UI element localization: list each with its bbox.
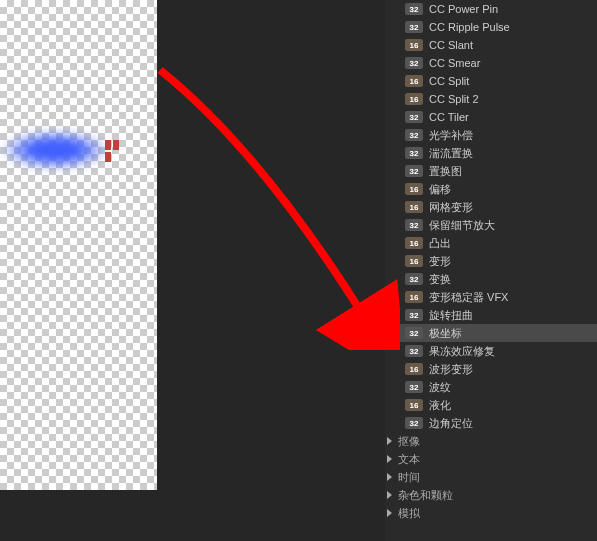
effect-label: 凸出 [429,236,451,251]
effect-item[interactable]: 16网格变形 [385,198,597,216]
bit-depth-badge: 16 [405,93,423,105]
effect-category[interactable]: 抠像 [385,432,597,450]
bit-depth-badge: 16 [405,363,423,375]
effect-item[interactable]: 32CC Smear [385,54,597,72]
bit-depth-badge: 16 [405,291,423,303]
effect-label: CC Split [429,75,469,87]
effect-item[interactable]: 16变形 [385,252,597,270]
effect-label: 保留细节放大 [429,218,495,233]
composition-viewer[interactable] [0,0,157,490]
effect-item[interactable]: 32果冻效应修复 [385,342,597,360]
expand-triangle-icon [387,473,392,481]
effect-item[interactable]: 16液化 [385,396,597,414]
effect-label: CC Split 2 [429,93,479,105]
effect-label: 波纹 [429,380,451,395]
effect-item[interactable]: 16偏移 [385,180,597,198]
effects-presets-panel[interactable]: 32CC Power Pin32CC Ripple Pulse16CC Slan… [385,0,597,541]
effect-item[interactable]: 32置换图 [385,162,597,180]
effect-label: 果冻效应修复 [429,344,495,359]
category-label: 抠像 [398,434,420,449]
bit-depth-badge: 32 [405,417,423,429]
effect-label: CC Ripple Pulse [429,21,510,33]
effect-item[interactable]: 32边角定位 [385,414,597,432]
bit-depth-badge: 32 [405,345,423,357]
bit-depth-badge: 32 [405,129,423,141]
bit-depth-badge: 32 [405,327,423,339]
bit-depth-badge: 32 [405,165,423,177]
effect-category[interactable]: 文本 [385,450,597,468]
effect-item[interactable]: 32CC Ripple Pulse [385,18,597,36]
effect-label: CC Tiler [429,111,469,123]
bit-depth-badge: 16 [405,237,423,249]
blue-glow-layer [0,130,110,170]
effect-item[interactable]: 32旋转扭曲 [385,306,597,324]
effect-label: 变换 [429,272,451,287]
effect-label: 液化 [429,398,451,413]
expand-triangle-icon [387,437,392,445]
category-label: 杂色和颗粒 [398,488,453,503]
category-label: 时间 [398,470,420,485]
effect-label: 变形 [429,254,451,269]
bit-depth-badge: 32 [405,111,423,123]
effect-item[interactable]: 16变形稳定器 VFX [385,288,597,306]
bit-depth-badge: 16 [405,399,423,411]
bit-depth-badge: 32 [405,273,423,285]
expand-triangle-icon [387,509,392,517]
effect-category[interactable]: 模拟 [385,504,597,522]
category-label: 文本 [398,452,420,467]
bit-depth-badge: 32 [405,147,423,159]
effect-item[interactable]: 16波形变形 [385,360,597,378]
expand-triangle-icon [387,455,392,463]
bit-depth-badge: 32 [405,3,423,15]
effect-item[interactable]: 32光学补偿 [385,126,597,144]
effect-category[interactable]: 时间 [385,468,597,486]
effect-label: 旋转扭曲 [429,308,473,323]
effect-item[interactable]: 32极坐标 [385,324,597,342]
viewer-footer [0,490,157,541]
effect-item[interactable]: 16凸出 [385,234,597,252]
bit-depth-badge: 32 [405,381,423,393]
effect-label: CC Power Pin [429,3,498,15]
expand-triangle-icon [387,491,392,499]
bit-depth-badge: 16 [405,183,423,195]
bit-depth-badge: 32 [405,219,423,231]
effect-item[interactable]: 16CC Split 2 [385,90,597,108]
effect-item[interactable]: 32CC Tiler [385,108,597,126]
effect-label: 变形稳定器 VFX [429,290,508,305]
effect-label: 偏移 [429,182,451,197]
effect-label: CC Smear [429,57,480,69]
category-label: 模拟 [398,506,420,521]
effect-label: 波形变形 [429,362,473,377]
effect-label: 边角定位 [429,416,473,431]
bit-depth-badge: 32 [405,309,423,321]
effect-label: CC Slant [429,39,473,51]
effect-label: 网格变形 [429,200,473,215]
effect-item[interactable]: 32湍流置换 [385,144,597,162]
effect-label: 光学补偿 [429,128,473,143]
bit-depth-badge: 16 [405,255,423,267]
effect-label: 湍流置换 [429,146,473,161]
effect-item[interactable]: 32CC Power Pin [385,0,597,18]
effect-category[interactable]: 杂色和颗粒 [385,486,597,504]
bit-depth-badge: 32 [405,57,423,69]
effect-item[interactable]: 16CC Slant [385,36,597,54]
effect-label: 极坐标 [429,326,462,341]
effect-item[interactable]: 32变换 [385,270,597,288]
bit-depth-badge: 32 [405,21,423,33]
layer-markers [105,140,130,165]
effect-label: 置换图 [429,164,462,179]
bit-depth-badge: 16 [405,201,423,213]
effect-item[interactable]: 32波纹 [385,378,597,396]
effect-item[interactable]: 16CC Split [385,72,597,90]
panel-gap [157,0,385,541]
effect-item[interactable]: 32保留细节放大 [385,216,597,234]
bit-depth-badge: 16 [405,75,423,87]
bit-depth-badge: 16 [405,39,423,51]
